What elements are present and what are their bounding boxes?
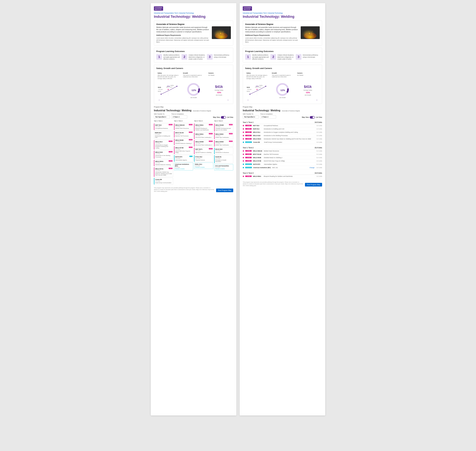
- time-control: Time to Completion: 2 Years ▾: [171, 113, 187, 119]
- list-row-weld-b56a: CORE WELD B56A Blueprint Reading for Wel…: [243, 175, 322, 178]
- course-units: 3.0 Units: [155, 170, 172, 171]
- outcome-text-3-right: Demonstrate proficiency using a microsco…: [303, 54, 320, 58]
- svg-point-1: [215, 33, 228, 39]
- course-units: 5.0 Units: [175, 158, 192, 159]
- list-code: MATH B70: [253, 163, 263, 165]
- course-units: 3.0 Units: [195, 135, 212, 136]
- salary-info: Salary After two years, the average sala…: [156, 71, 180, 81]
- degree-image-right: [301, 26, 320, 39]
- breadcrumb: Industrial and Transportation Tech | Ind…: [154, 12, 233, 14]
- svg-text:Average: Average: [159, 89, 163, 90]
- list-term-units-3: 14.0 Units: [315, 172, 322, 174]
- dot-core: [243, 154, 244, 155]
- tag-core: CORE: [245, 135, 252, 136]
- time-value: 2 Years: [173, 116, 178, 118]
- tag-core: CORE: [245, 160, 252, 162]
- time-select-right[interactable]: 2 Years ▾: [260, 115, 276, 119]
- course-name: Intro/GTAW (Gas Tung Arc Wldg): [175, 150, 192, 153]
- tag-core: CORE: [189, 124, 192, 125]
- print-program-map-button-right[interactable]: Print Program Map: [305, 183, 322, 187]
- course-units: 3.0 Units: [195, 143, 212, 144]
- careers-info-right: Careers Arc Welder: [296, 71, 320, 81]
- dot-core: [243, 128, 244, 130]
- add-req-title: Additional Degree Requirements: [156, 34, 210, 37]
- course-name: Blueprint Reading for Welders and Machin…: [195, 128, 212, 131]
- next-arrow-right[interactable]: ›: [315, 98, 318, 101]
- degree-title: Associate of Science Degree: [156, 23, 231, 25]
- course-units: 3.0 Units: [195, 150, 212, 151]
- course-name: Welded Steel Structures: [175, 128, 192, 129]
- avg-salary-right: $41k: [304, 85, 312, 89]
- course-name: Shielded Metal Arc Welding 2: [175, 143, 192, 144]
- growth-pct: ·12%: [191, 89, 196, 92]
- map-grid: Year 1: Term 1 CORE INDT B10 3.0 Units O…: [154, 120, 233, 185]
- careers-name-text-right: Arc Welder: [297, 75, 318, 76]
- svg-point-15: [168, 89, 169, 90]
- outcomes-card: Program Learning Outcomes 1 Identify med…: [154, 48, 233, 63]
- course-code: INDR B12: [155, 132, 172, 133]
- list-units: 3.0 Units: [316, 141, 322, 143]
- transfer-select[interactable]: Not Specified ▾: [154, 115, 170, 119]
- choose-course-link[interactable]: Choose a course: [195, 167, 212, 168]
- breadcrumb-link1[interactable]: Industrial and Transportation Tech: [154, 12, 178, 14]
- outcome-num-1-right: 1: [245, 54, 251, 60]
- transfer-select-right[interactable]: Not Specified ▾: [243, 115, 259, 119]
- outcome-3: 3 Demonstrate proficiency using a micros…: [207, 54, 231, 60]
- transfer-label-right: With Transfer To:: [243, 113, 259, 115]
- list-units: 3.0 Units: [316, 125, 322, 126]
- job-growth-label-right: Job Growth: [305, 94, 311, 96]
- svg-point-21: [309, 33, 310, 34]
- transfer-control-right: With Transfer To: Not Specified ▾: [243, 113, 259, 119]
- list-units: 3.0 Units: [316, 175, 322, 177]
- svg-point-13: [177, 86, 178, 87]
- svg-text:$45k: $45k: [260, 85, 263, 86]
- avg-salary: $41k: [215, 85, 223, 89]
- print-program-map-button[interactable]: Print Program Map: [216, 188, 233, 192]
- outcomes-card-right: Program Learning Outcomes 1 Identify med…: [243, 48, 322, 63]
- choose-course-link[interactable]: Choose a course: [215, 168, 232, 169]
- breadcrumb-link2[interactable]: Industrial Technology: [179, 12, 194, 14]
- course-indr-b12: INDR B12 2.0 Units Introduction to Draft…: [154, 131, 173, 139]
- dot-general: [243, 142, 244, 143]
- course-weld-b55d: CORE WELD B55D 2.0 Units ASME Pipe Certi…: [214, 140, 233, 147]
- prev-arrow-right[interactable]: ‹: [246, 98, 250, 101]
- prev-arrow[interactable]: ‹: [158, 98, 161, 101]
- dot-general: [243, 164, 244, 165]
- breadcrumb-link2-right[interactable]: Industrial Technology: [268, 12, 283, 14]
- svg-point-3: [223, 34, 223, 35]
- svg-point-22: [311, 34, 312, 35]
- list-row-weld-b74b: CORE WELD B74B Intro/GTAW (Gas Tung Arc …: [243, 159, 322, 163]
- list-name: Introduction to the Welding Processes: [264, 135, 314, 136]
- list-code: WELD B53B: [253, 157, 262, 158]
- tag-core: CORE: [169, 141, 172, 142]
- next-arrow[interactable]: ›: [226, 98, 230, 101]
- course-name: Introduction to Drafting and CAD: [155, 135, 172, 138]
- salary-grid-right: Salary After two years, the average sala…: [245, 71, 320, 81]
- list-row-indr-b12: CORE INDR B12 Introduction to Drafting a…: [243, 127, 322, 131]
- outcomes-title-right: Program Learning Outcomes: [245, 50, 320, 52]
- salary-desc: After two years, the average salary is $…: [158, 75, 179, 79]
- list-row-weld-b1a: CORE WELD B1A Introduction to Oxygen Ace…: [243, 131, 322, 134]
- outcome-text-2: Analyze clinical situations, determine a…: [189, 54, 205, 60]
- list-code: INDR B12: [253, 128, 262, 130]
- course-name: Small Group Communication: [155, 182, 172, 184]
- choose-course-link[interactable]: Choose a course: [175, 168, 192, 169]
- tag-core: CORE: [245, 128, 252, 130]
- time-select[interactable]: 2 Years ▾: [171, 115, 187, 119]
- breadcrumb-link1-right[interactable]: Industrial and Transportation Tech: [243, 12, 267, 14]
- tag-core: CORE: [245, 150, 252, 152]
- view-toggle-switch-right[interactable]: [310, 116, 315, 119]
- course-name: Introduction to the Welding Processes: [155, 155, 172, 158]
- course-weld-b74a: CORE WELD B74A 3.0 Units Introduction GM…: [154, 167, 173, 177]
- list-row-american-inst: GENERAL American Insitutions (BC) AMC 10…: [243, 166, 322, 169]
- course-units: 3.0 Units: [155, 162, 172, 164]
- change-link[interactable]: Change: [309, 167, 314, 169]
- map-footer-right: This program map represents one possible…: [243, 181, 322, 187]
- carousel-nav-right: ‹ ›: [245, 98, 320, 101]
- page-title: Industrial Technology: Welding: [154, 15, 233, 19]
- tag-general: GENERAL: [245, 163, 252, 165]
- view-toggle-switch[interactable]: [221, 116, 226, 119]
- list-code: MFGT B1AB: [253, 154, 262, 155]
- svg-line-5: [220, 31, 221, 34]
- growth-pct-right: ·12%: [280, 89, 285, 92]
